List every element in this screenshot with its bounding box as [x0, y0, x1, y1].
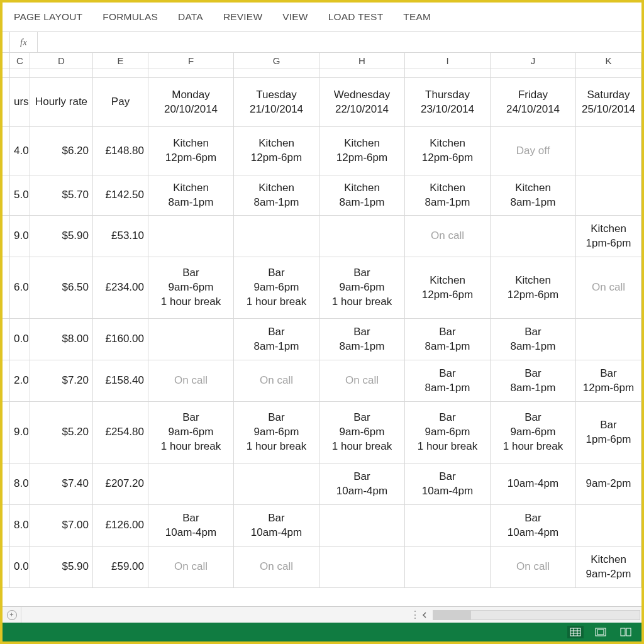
col-header-g[interactable]: G: [234, 53, 319, 69]
cell[interactable]: $5.70: [30, 175, 93, 215]
horizontal-scrollbar[interactable]: [433, 610, 640, 620]
col-header-e[interactable]: E: [93, 53, 148, 69]
cell[interactable]: Bar8am-1pm: [491, 360, 576, 401]
cell[interactable]: On call: [491, 547, 576, 587]
cell[interactable]: $7.40: [30, 464, 93, 504]
add-sheet-button[interactable]: +: [3, 607, 21, 623]
cell[interactable]: Bar9am-6pm1 hour break: [148, 257, 234, 318]
col-header-c[interactable]: C: [10, 53, 30, 69]
cell[interactable]: 2.0: [10, 360, 30, 401]
cell[interactable]: Kitchen8am-1pm: [234, 175, 319, 215]
cell[interactable]: [148, 319, 234, 360]
cell[interactable]: 8.0: [10, 505, 30, 546]
view-page-layout-button[interactable]: [592, 626, 609, 638]
cell[interactable]: On call: [576, 257, 641, 318]
cell[interactable]: Bar8am-1pm: [234, 319, 319, 360]
name-box[interactable]: [3, 32, 10, 52]
cell[interactable]: $6.20: [30, 127, 93, 175]
cell[interactable]: $5.20: [30, 402, 93, 463]
cell[interactable]: £160.00: [93, 319, 148, 360]
header-saturday[interactable]: Saturday25/10/2014: [576, 78, 641, 126]
cell[interactable]: Kitchen9am-2pm: [576, 547, 641, 587]
header-hours[interactable]: urs: [10, 78, 30, 126]
header-friday[interactable]: Friday24/10/2014: [491, 78, 576, 126]
col-header-f[interactable]: F: [148, 53, 234, 69]
header-tuesday[interactable]: Tuesday21/10/2014: [234, 78, 319, 126]
cell[interactable]: 8.0: [10, 464, 30, 504]
cell[interactable]: Bar8am-1pm: [319, 319, 405, 360]
view-normal-button[interactable]: [567, 626, 584, 638]
cell[interactable]: Bar9am-6pm1 hour break: [234, 402, 319, 463]
view-page-break-button[interactable]: [618, 626, 634, 638]
cell[interactable]: $8.00: [30, 319, 93, 360]
cell[interactable]: Day off: [491, 127, 576, 175]
cell[interactable]: [319, 505, 405, 546]
cell[interactable]: Bar10am-4pm: [319, 464, 405, 504]
cell[interactable]: £59.00: [93, 547, 148, 587]
cell[interactable]: $5.90: [30, 547, 93, 587]
cell[interactable]: [234, 464, 319, 504]
cell[interactable]: Bar8am-1pm: [405, 319, 491, 360]
cell[interactable]: £126.00: [93, 505, 148, 546]
cell[interactable]: On call: [234, 360, 319, 401]
header-pay[interactable]: Pay: [93, 78, 148, 126]
header-wednesday[interactable]: Wednesday22/10/2014: [319, 78, 405, 126]
cell[interactable]: [405, 547, 491, 587]
header-monday[interactable]: Monday20/10/2014: [148, 78, 234, 126]
cell[interactable]: On call: [148, 360, 234, 401]
spreadsheet-grid[interactable]: urs Hourly rate Pay Monday20/10/2014 Tue…: [3, 69, 641, 606]
cell[interactable]: $7.00: [30, 505, 93, 546]
cell[interactable]: Bar9am-6pm1 hour break: [319, 402, 405, 463]
cell[interactable]: £53.10: [93, 216, 148, 257]
cell[interactable]: On call: [319, 360, 405, 401]
cell[interactable]: £207.20: [93, 464, 148, 504]
cell[interactable]: [491, 216, 576, 257]
cell[interactable]: Kitchen8am-1pm: [148, 175, 234, 215]
col-header-i[interactable]: I: [405, 53, 491, 69]
cell[interactable]: $7.20: [30, 360, 93, 401]
cell[interactable]: Kitchen12pm-6pm: [234, 127, 319, 175]
ribbon-tab-data[interactable]: DATA: [178, 11, 203, 23]
cell[interactable]: Kitchen12pm-6pm: [405, 257, 491, 318]
cell[interactable]: Bar8am-1pm: [405, 360, 491, 401]
cell[interactable]: Bar1pm-6pm: [576, 402, 641, 463]
cell[interactable]: [234, 216, 319, 257]
cell[interactable]: Bar9am-6pm1 hour break: [148, 402, 234, 463]
cell[interactable]: £158.40: [93, 360, 148, 401]
cell[interactable]: Kitchen8am-1pm: [405, 175, 491, 215]
cell[interactable]: [576, 127, 641, 175]
ribbon-tab-formulas[interactable]: FORMULAS: [103, 11, 158, 23]
ribbon-tab-review[interactable]: REVIEW: [223, 11, 262, 23]
cell[interactable]: [576, 505, 641, 546]
cell[interactable]: 4.0: [10, 127, 30, 175]
cell[interactable]: On call: [405, 216, 491, 257]
cell[interactable]: $5.90: [30, 216, 93, 257]
cell[interactable]: £254.80: [93, 402, 148, 463]
cell[interactable]: Kitchen8am-1pm: [491, 175, 576, 215]
cell[interactable]: [148, 216, 234, 257]
cell[interactable]: Kitchen1pm-6pm: [576, 216, 641, 257]
header-thursday[interactable]: Thursday23/10/2014: [405, 78, 491, 126]
cell[interactable]: On call: [234, 547, 319, 587]
scroll-left-button[interactable]: [419, 609, 430, 621]
cell[interactable]: Bar8am-1pm: [491, 319, 576, 360]
cell[interactable]: Bar9am-6pm1 hour break: [405, 402, 491, 463]
cell[interactable]: Bar10am-4pm: [405, 464, 491, 504]
cell[interactable]: Bar10am-4pm: [148, 505, 234, 546]
cell[interactable]: Bar9am-6pm1 hour break: [319, 257, 405, 318]
formula-input[interactable]: [38, 32, 641, 52]
cell[interactable]: £234.00: [93, 257, 148, 318]
cell[interactable]: $6.50: [30, 257, 93, 318]
cell[interactable]: Kitchen8am-1pm: [319, 175, 405, 215]
cell[interactable]: Bar10am-4pm: [234, 505, 319, 546]
cell[interactable]: 9.0: [10, 402, 30, 463]
cell[interactable]: [319, 216, 405, 257]
cell[interactable]: [148, 464, 234, 504]
cell[interactable]: Kitchen12pm-6pm: [491, 257, 576, 318]
cell[interactable]: 5.0: [10, 175, 30, 215]
fx-icon[interactable]: fx: [10, 32, 38, 52]
ribbon-tab-load-test[interactable]: LOAD TEST: [328, 11, 384, 23]
cell[interactable]: Bar12pm-6pm: [576, 360, 641, 401]
ribbon-tab-team[interactable]: TEAM: [403, 11, 431, 23]
cell[interactable]: Bar9am-6pm1 hour break: [234, 257, 319, 318]
